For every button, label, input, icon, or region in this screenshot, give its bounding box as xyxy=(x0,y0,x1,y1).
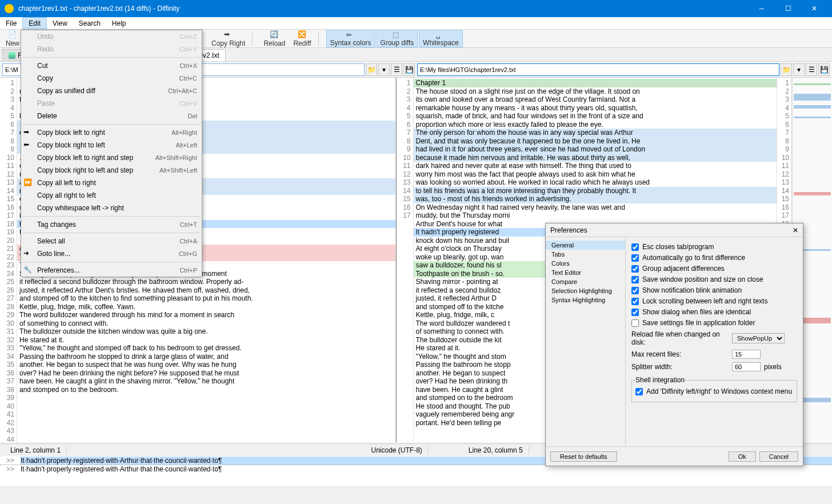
preferences-close-icon[interactable]: ✕ xyxy=(793,226,798,234)
checkbox-show-dialog-when-files-are-identical[interactable] xyxy=(631,309,639,316)
syntax-colors-button[interactable]: ✏Syntax colors xyxy=(326,30,375,47)
group-diffs-button[interactable]: ⬚Group diffs xyxy=(377,30,418,47)
minimize-button[interactable]: ─ xyxy=(749,0,775,17)
prefs-nav-text-editor[interactable]: Text Editor xyxy=(546,268,625,277)
arrow-left-icon: ⬅ xyxy=(23,141,33,150)
checkbox-save-settings-file-in-application-folder[interactable] xyxy=(631,319,639,327)
prefs-nav-syntax-highlighting[interactable]: Syntax Highlighting xyxy=(546,295,625,305)
preferences-content: Esc closes tab/programAutomatically go t… xyxy=(626,237,803,446)
menu-item-select-all[interactable]: Select allCtrl+A xyxy=(21,235,202,247)
pencil-icon: ✏ xyxy=(346,31,355,39)
arrow-right-icon: ➡ xyxy=(23,128,33,137)
menu-search[interactable]: Search xyxy=(73,17,106,29)
menu-item-preferences-[interactable]: 🔧Preferences...Ctrl+P xyxy=(21,264,202,277)
preferences-nav: GeneralTabsColorsText EditorCompareSelec… xyxy=(546,237,626,446)
menu-item-copy-all-right-to-left[interactable]: Copy all right to left xyxy=(21,189,202,202)
menu-item-tag-changes[interactable]: Tag changesCtrl+T xyxy=(21,218,202,231)
rediff-icon: 🔀 xyxy=(298,30,307,39)
right-browse-button[interactable]: 📁 xyxy=(781,63,792,76)
checkbox-automatically-go-to-first-difference[interactable] xyxy=(631,254,639,262)
maximize-button[interactable]: ☐ xyxy=(775,0,801,17)
menu-item-undo[interactable]: UndoCtrl+Z xyxy=(21,30,202,43)
menu-item-copy-block-right-to-left[interactable]: ⬅Copy block right to leftAlt+Left xyxy=(21,139,202,151)
right-position: Line 20, column 5 xyxy=(463,446,529,454)
checkbox-lock-scrolling-between-left-and-right-texts[interactable] xyxy=(631,298,639,305)
menu-item-redo[interactable]: RedoCtrl+Y xyxy=(21,43,202,55)
menu-item-copy-block-right-to-left-and-step[interactable]: Copy block right to left and stepAlt+Shi… xyxy=(21,164,202,177)
titlebar: chapter1rev1.txt - chapter1rev2.txt (14 … xyxy=(0,0,832,17)
menu-edit[interactable]: Edit xyxy=(22,17,47,29)
arrow-right-icon: ➡ xyxy=(224,30,233,39)
menu-view[interactable]: View xyxy=(47,17,73,29)
right-save-button[interactable]: 💾 xyxy=(818,63,830,76)
edit-menu-dropdown: UndoCtrl+ZRedoCtrl+YCutCtrl+XCopyCtrl+CC… xyxy=(21,30,202,277)
menu-file[interactable]: File xyxy=(0,17,22,29)
window-title: chapter1rev1.txt - chapter1rev2.txt (14 … xyxy=(18,5,749,13)
left-dropdown-button[interactable]: ▾ xyxy=(378,63,390,76)
recent-files-input[interactable] xyxy=(732,350,761,359)
wrench-icon: 🔧 xyxy=(23,266,33,275)
prefs-nav-compare[interactable]: Compare xyxy=(546,277,625,286)
reload-icon: 🔄 xyxy=(270,30,279,39)
reload-select[interactable]: ShowPopUp xyxy=(732,333,785,343)
menu-item-copy[interactable]: CopyCtrl+C xyxy=(21,72,202,85)
copy-right-button[interactable]: ➡Copy Right xyxy=(208,30,249,47)
prefs-nav-selection-highlighting[interactable]: Selection Highlighting xyxy=(546,286,625,295)
menu-item-copy-block-left-to-right[interactable]: ➡Copy block left to rightAlt+Right xyxy=(21,126,202,139)
left-save-button[interactable]: 💾 xyxy=(403,63,415,76)
preferences-title: Preferences xyxy=(550,226,587,234)
new-button[interactable]: 📄New xyxy=(2,30,23,47)
rediff-button[interactable]: 🔀Rediff xyxy=(290,30,314,47)
menu-item-copy-block-left-to-right-and-step[interactable]: Copy block left to right and stepAlt+Shi… xyxy=(21,151,202,164)
prefs-nav-general[interactable]: General xyxy=(546,241,625,250)
menu-item-copy-whitespace-left-right[interactable]: Copy whitespace left -> right xyxy=(21,202,202,214)
group-icon: ⬚ xyxy=(393,31,402,39)
right-path-input[interactable] xyxy=(417,63,779,76)
menu-item-cut[interactable]: CutCtrl+X xyxy=(21,59,202,72)
left-gutter: 1234567891011121314151617181920212223242… xyxy=(0,78,17,442)
arrow-right-all-icon: ⏩ xyxy=(23,178,33,187)
app-icon xyxy=(5,4,14,13)
menu-item-delete[interactable]: DeleteDel xyxy=(21,110,202,122)
whitespace-button[interactable]: ␣Whitespace xyxy=(419,30,463,47)
splitter-input[interactable] xyxy=(732,362,761,371)
left-list-button[interactable]: ☰ xyxy=(391,63,402,76)
checkbox-show-notification-blink-animation[interactable] xyxy=(631,287,639,294)
menu-item-copy-as-unified-diff[interactable]: Copy as unified diffCtrl+Alt+C xyxy=(21,85,202,97)
ok-button[interactable]: Ok xyxy=(729,451,756,462)
menu-help[interactable]: Help xyxy=(106,17,132,29)
preferences-dialog: Preferences✕ GeneralTabsColorsText Edito… xyxy=(545,223,803,466)
shell-checkbox[interactable] xyxy=(635,388,643,395)
menu-item-copy-all-left-to-right[interactable]: ⏩Copy all left to right xyxy=(21,177,202,189)
menu-item-goto-line-[interactable]: ➜Goto line...Ctrl+G xyxy=(21,247,202,260)
right-dropdown-button[interactable]: ▾ xyxy=(793,63,805,76)
whitespace-icon: ␣ xyxy=(436,31,445,39)
prefs-nav-tabs[interactable]: Tabs xyxy=(546,250,625,259)
menu-item-paste[interactable]: PasteCtrl+V xyxy=(21,97,202,110)
reload-button[interactable]: 🔄Reload xyxy=(260,30,289,47)
right-gutter: 1234567891011121314151617 xyxy=(397,78,414,442)
encoding: Unicode (UTF-8) xyxy=(365,446,428,454)
new-icon: 📄 xyxy=(8,30,17,39)
left-browse-button[interactable]: 📁 xyxy=(366,63,377,76)
checkbox-save-window-position-and-size-on-close[interactable] xyxy=(631,276,639,283)
left-position: Line 2, column 1 xyxy=(5,446,67,454)
reset-defaults-button[interactable]: Reset to defaults xyxy=(550,451,617,462)
goto-icon: ➜ xyxy=(23,249,33,258)
bottom-line-2: It·hadn't·properly·registered·with·Arthu… xyxy=(21,465,832,473)
checkbox-esc-closes-tab-program[interactable] xyxy=(631,243,639,251)
prefs-nav-colors[interactable]: Colors xyxy=(546,259,625,268)
doc-icon xyxy=(9,52,15,59)
close-button[interactable]: ✕ xyxy=(801,0,827,17)
right-list-button[interactable]: ☰ xyxy=(806,63,817,76)
checkbox-group-adjacent-differences[interactable] xyxy=(631,265,639,273)
cancel-button[interactable]: Cancel xyxy=(759,451,798,462)
menubar: File Edit View Search Help xyxy=(0,17,832,30)
